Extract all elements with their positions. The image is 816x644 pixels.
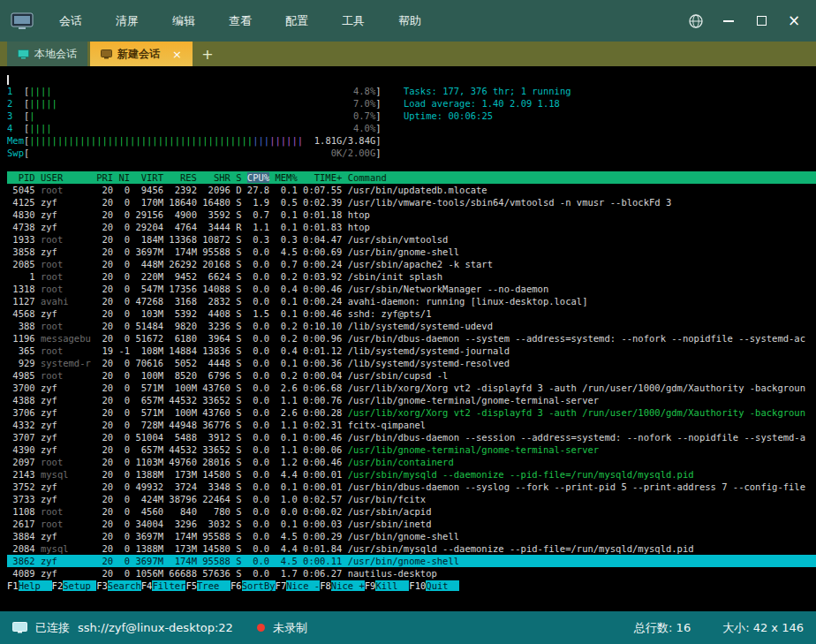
fnlabel-f1[interactable]: Help (19, 580, 52, 591)
connection-address: ssh://zyf@linux-desktop:22 (78, 621, 233, 634)
fnlabel-f7[interactable]: Nice - (286, 580, 320, 591)
tab-new-session[interactable]: 新建会话 × (90, 42, 193, 66)
process-row: 1196 messagebu 20 0 51672 6180 3964 S 0.… (7, 332, 816, 345)
meter-4: 4 [|||| 4.0%] (7, 122, 816, 134)
status-right-group: 总行数: 16 大小: 42 x 146 (634, 620, 804, 636)
process-row: 4125 zyf 20 0 170M 18640 16480 S 1.9 0.5… (7, 196, 816, 208)
process-row: 1127 avahi 20 0 47268 3168 2832 S 0.0 0.… (7, 295, 816, 307)
fnkey-f9[interactable]: F9 (365, 580, 376, 591)
process-row: 3733 zyf 20 0 424M 38796 22464 S 0.0 1.0… (7, 493, 816, 505)
process-row: 3858 zyf 20 0 3697M 174M 95588 S 0.0 4.5… (7, 246, 816, 258)
minimize-button[interactable] (721, 13, 737, 29)
meter-swp: Swp[ 0K/2.00G] (7, 147, 816, 159)
fnlabel-f5[interactable]: Tree (197, 580, 230, 591)
record-status: 未录制 (273, 620, 307, 636)
globe-icon[interactable] (688, 13, 704, 29)
menu-item-config[interactable]: 配置 (268, 0, 325, 42)
process-row: 3752 zyf 20 0 49932 3724 3348 S 0.0 0.1 … (7, 481, 816, 493)
fnlabel-f10[interactable]: Quit (426, 580, 459, 591)
tab-local-session[interactable]: 本地会话 (7, 42, 87, 66)
process-row: 5045 root 20 0 9456 2392 2096 D 27.8 0.1… (7, 184, 816, 196)
process-row: 3862 zyf 20 0 3697M 174M 95588 S 0.0 4.5… (7, 555, 816, 567)
menu-item-tools[interactable]: 工具 (325, 0, 382, 42)
fnkey-f8[interactable]: F8 (320, 580, 331, 591)
close-button[interactable]: × (786, 13, 802, 29)
total-lines: 总行数: 16 (634, 620, 691, 636)
terminal-screen[interactable]: 1 [|||| 4.8%] Tasks: 177, 376 thr; 1 run… (0, 66, 816, 611)
meter-mem: Mem[||||||||||||||||||||||||||||||||||||… (7, 134, 816, 147)
monitor-icon (18, 49, 29, 59)
fnkey-f2[interactable]: F2 (52, 580, 64, 591)
minimize-icon (723, 20, 734, 22)
connection-status: 已连接 (35, 620, 70, 636)
app-window: 会话 清屏 编辑 查看 配置 工具 帮助 × (0, 0, 816, 644)
fnlabel-f6[interactable]: SortBy (242, 580, 276, 591)
process-row: 1933 root 20 0 184M 13368 10872 S 0.3 0.… (7, 233, 816, 246)
process-row: 2143 mysql 20 0 1388M 173M 14580 S 0.0 4… (7, 468, 816, 481)
process-row: 3700 zyf 20 0 571M 100M 43760 S 0.0 2.6 … (7, 382, 816, 394)
fnlabel-f4[interactable]: Filter (152, 580, 185, 591)
fnkey-f3[interactable]: F3 (96, 580, 108, 591)
meter-1: 1 [|||| 4.8%] Tasks: 177, 376 thr; 1 run… (7, 85, 816, 97)
fnkey-f4[interactable]: F4 (141, 580, 153, 591)
menu-item-session[interactable]: 会话 (42, 0, 99, 42)
process-row: 4089 zyf 20 0 1056M 66688 57636 S 0.0 1.… (7, 567, 816, 580)
menu-bar: 会话 清屏 编辑 查看 配置 工具 帮助 × (0, 0, 816, 42)
process-row: 3884 zyf 20 0 3697M 174M 95588 S 0.0 4.5… (7, 530, 816, 542)
app-icon (11, 12, 34, 30)
fnlabel-f3[interactable]: Search (108, 580, 141, 591)
meter-2: 2 [||||| 7.0%] Load average: 1.40 2.09 1… (7, 97, 816, 110)
table-header: PID USER PRI NI VIRT RES SHR S CPU% MEM%… (7, 171, 816, 184)
tab-bar: 本地会话 新建会话 × + (0, 42, 816, 66)
fnlabel-f9[interactable]: Kill (375, 580, 409, 591)
process-row: 2617 root 20 0 34004 3296 3032 S 0.0 0.1… (7, 518, 816, 530)
process-row: 1318 root 20 0 547M 17356 14088 S 0.0 0.… (7, 283, 816, 295)
fnkey-f6[interactable]: F6 (230, 580, 242, 591)
process-row: 365 root 19 -1 108M 14884 13836 S 0.0 0.… (7, 345, 816, 357)
record-dot-icon (257, 624, 265, 632)
tab-label: 本地会话 (34, 47, 77, 62)
process-row: 1 root 20 0 220M 9452 6624 S 0.0 0.2 0:0… (7, 270, 816, 283)
add-tab-button[interactable]: + (195, 42, 220, 66)
process-row: 3706 zyf 20 0 571M 100M 43760 S 0.0 2.6 … (7, 406, 816, 419)
window-controls: × (688, 13, 805, 29)
menu-item-edit[interactable]: 编辑 (155, 0, 212, 42)
process-row: 2097 root 20 0 1103M 49760 28016 S 0.0 1… (7, 456, 816, 468)
process-row: 4830 zyf 20 0 29156 4900 3592 S 0.7 0.1 … (7, 208, 816, 221)
maximize-icon (757, 16, 767, 26)
fnlabel-f8[interactable]: Nice + (331, 580, 365, 591)
process-row: 1108 root 20 0 4560 840 780 S 0.0 0.0 0:… (7, 505, 816, 518)
meter-3: 3 [| 0.7%] Uptime: 00:06:25 (7, 110, 816, 122)
system-info: Uptime: 00:06:25 (404, 110, 493, 121)
status-bar: 已连接 ssh://zyf@linux-desktop:22 未录制 总行数: … (0, 611, 816, 644)
fnkey-f5[interactable]: F5 (185, 580, 197, 591)
process-row: 2084 mysql 20 0 1388M 173M 14580 S 0.0 4… (7, 542, 816, 555)
process-row: 4568 zyf 20 0 103M 5392 4408 S 1.5 0.1 0… (7, 307, 816, 320)
process-row: 4332 zyf 20 0 728M 44948 36776 S 0.0 1.1… (7, 419, 816, 431)
process-row: 388 root 20 0 51484 9820 3236 S 0.0 0.2 … (7, 320, 816, 332)
fnkey-f7[interactable]: F7 (276, 580, 287, 591)
system-info: Load average: 1.40 2.09 1.18 (404, 98, 560, 109)
process-row: 929 systemd-r 20 0 70616 5052 4448 S 0.0… (7, 357, 816, 369)
process-row: 4985 root 20 0 100M 8520 6796 S 0.0 0.2 … (7, 369, 816, 382)
blank-line (7, 159, 816, 171)
process-row: 4738 zyf 20 0 29204 4764 3444 R 1.1 0.1 … (7, 221, 816, 233)
process-row: 3707 zyf 20 0 51004 5488 3912 S 0.0 0.1 … (7, 431, 816, 443)
menu-item-clear-screen[interactable]: 清屏 (99, 0, 155, 42)
menu-item-help[interactable]: 帮助 (382, 0, 438, 42)
system-info: Tasks: 177, 376 thr; 1 running (404, 86, 571, 96)
terminal-size: 大小: 42 x 146 (722, 620, 804, 636)
tab-close-icon[interactable]: × (172, 49, 182, 60)
monitor-icon (101, 49, 112, 59)
cursor-line (7, 72, 816, 85)
connection-monitor-icon (12, 622, 27, 633)
tab-label: 新建会话 (117, 47, 160, 62)
fnlabel-f2[interactable]: Setup (63, 580, 96, 591)
fnkey-f1[interactable]: F1 (7, 580, 19, 591)
menu-item-view[interactable]: 查看 (212, 0, 268, 42)
process-row: 4390 zyf 20 0 657M 44532 33652 S 0.0 1.1… (7, 443, 816, 456)
fnkey-f10[interactable]: F10 (409, 580, 426, 591)
function-key-bar: F1Help F2Setup F3SearchF4FilterF5Tree F6… (7, 580, 816, 592)
maximize-button[interactable] (753, 13, 769, 29)
process-row: 4388 zyf 20 0 657M 44532 33652 S 0.0 1.1… (7, 394, 816, 406)
